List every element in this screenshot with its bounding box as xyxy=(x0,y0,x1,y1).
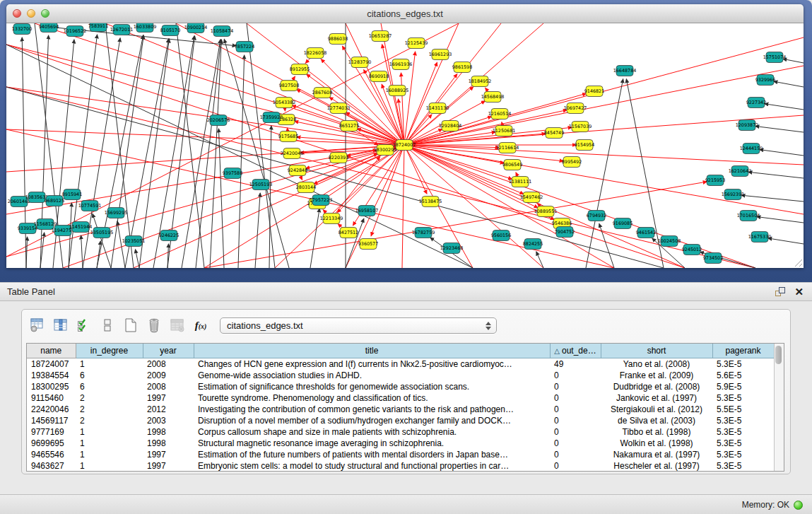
graph-node[interactable]: 10697427 xyxy=(564,103,587,114)
graph-node[interactable]: 8427512 xyxy=(339,228,358,238)
network-titlebar[interactable]: citations_edges.txt xyxy=(6,4,804,23)
table-row[interactable]: 911546021997Tourette syndrome. Phenomeno… xyxy=(27,392,774,404)
graph-node[interactable]: 12444159 xyxy=(740,144,763,154)
graph-node[interactable]: 9827508 xyxy=(279,81,299,91)
trash-icon[interactable] xyxy=(146,317,163,334)
graph-node[interactable]: 12774033 xyxy=(327,103,351,114)
cell-in_degree[interactable]: 6 xyxy=(76,381,143,392)
graph-node[interactable]: 13505195 xyxy=(90,228,114,238)
cell-pagerank[interactable]: 5.3E-5 xyxy=(712,449,774,460)
cell-out_degree[interactable]: 0 xyxy=(550,392,601,404)
cell-pagerank[interactable]: 5.3E-5 xyxy=(712,460,774,472)
graph-node[interactable]: 15692391 xyxy=(722,189,745,200)
close-panel-icon[interactable]: ✕ xyxy=(794,286,804,297)
cell-year[interactable]: 2008 xyxy=(143,381,194,392)
graph-node[interactable]: 9215953 xyxy=(705,175,725,186)
cell-name[interactable]: 18300295 xyxy=(27,381,76,392)
cell-name[interactable]: 9699695 xyxy=(27,438,76,449)
cell-pagerank[interactable]: 5.3E-5 xyxy=(712,392,774,404)
graph-node[interactable]: 9861598 xyxy=(452,62,472,73)
graph-node[interactable]: 15751074 xyxy=(763,52,787,63)
column-header-in_degree[interactable]: in_degree xyxy=(76,344,143,358)
close-window-button[interactable] xyxy=(13,9,21,18)
cell-pagerank[interactable]: 5.3E-5 xyxy=(712,438,774,449)
graph-node[interactable]: 11675330 xyxy=(748,232,772,243)
graph-node[interactable]: 17359928 xyxy=(260,112,283,123)
graph-node[interactable]: 2803144 xyxy=(296,182,316,193)
graph-node[interactable]: 9329966 xyxy=(755,75,775,86)
graph-node[interactable]: 9734502 xyxy=(703,253,723,264)
cell-out_degree[interactable]: 0 xyxy=(550,426,601,438)
graph-node[interactable]: 16033809 xyxy=(134,23,157,33)
graph-node[interactable]: 16648784 xyxy=(613,66,637,76)
cell-in_degree[interactable]: 1 xyxy=(76,460,143,472)
scrollbar-thumb[interactable] xyxy=(775,346,782,364)
cell-pagerank[interactable]: 5.9E-5 xyxy=(712,381,774,392)
graph-node[interactable]: 9886038 xyxy=(328,34,348,45)
cell-out_degree[interactable]: 49 xyxy=(550,358,601,370)
graph-node[interactable]: 10653287 xyxy=(369,31,392,42)
cell-out_degree[interactable]: 0 xyxy=(550,370,601,381)
cell-name[interactable]: 9463627 xyxy=(27,460,76,472)
graph-node[interactable]: 8995492 xyxy=(562,157,582,168)
function-builder-icon[interactable]: f(x) xyxy=(192,317,209,334)
graph-node[interactable]: 8690918 xyxy=(369,71,389,82)
cell-short[interactable]: Nakamura et al. (1997) xyxy=(601,449,712,460)
cell-out_degree[interactable]: 0 xyxy=(550,460,601,472)
graph-node[interactable]: 12125439 xyxy=(405,38,428,49)
table-row[interactable]: 946362711997Embryonic stem cells: a mode… xyxy=(27,460,774,472)
table-row[interactable]: 1938455462009Genome-wide association stu… xyxy=(27,370,774,381)
rows-icon[interactable] xyxy=(99,317,116,334)
cell-year[interactable]: 1998 xyxy=(143,426,194,438)
new-document-icon[interactable] xyxy=(122,317,139,334)
graph-node[interactable]: 10024508 xyxy=(658,236,681,247)
cell-pagerank[interactable]: 5.3E-5 xyxy=(712,415,774,426)
cell-year[interactable]: 2008 xyxy=(143,358,194,370)
graph-node[interactable]: 1332700 xyxy=(12,24,32,35)
network-graph[interactable]: 1872400798860381822605889129559827508105… xyxy=(6,23,804,268)
cell-title[interactable]: Disruption of a novel member of a sodium… xyxy=(194,415,550,426)
cell-out_degree[interactable]: 0 xyxy=(550,415,601,426)
graph-node[interactable]: 15138475 xyxy=(419,197,442,207)
cell-short[interactable]: Yano et al. (2008) xyxy=(601,358,712,370)
cell-pagerank[interactable]: 5.3E-5 xyxy=(712,426,774,438)
column-header-title[interactable]: title xyxy=(194,344,550,358)
graph-node[interactable]: 18300295 xyxy=(374,145,397,156)
cell-title[interactable]: Tourette syndrome. Phenomenology and cla… xyxy=(194,392,550,404)
vertical-scrollbar[interactable] xyxy=(774,344,784,471)
graph-node[interactable]: 20206576 xyxy=(207,115,230,126)
graph-node[interactable]: 12928404 xyxy=(439,121,462,132)
graph-node[interactable]: 10543382 xyxy=(273,98,296,108)
cell-out_degree[interactable]: 0 xyxy=(550,381,601,392)
cell-name[interactable]: 18724007 xyxy=(27,358,76,370)
graph-node[interactable]: 14568498 xyxy=(481,92,505,103)
graph-node[interactable]: 8105170 xyxy=(160,25,180,36)
graph-node[interactable]: 15699295 xyxy=(105,208,128,218)
cell-year[interactable]: 2003 xyxy=(143,415,194,426)
graph-node[interactable]: 9242848 xyxy=(288,165,307,176)
graph-node[interactable]: 12093872 xyxy=(736,120,759,131)
table-row[interactable]: 946554611997Estimation of the future num… xyxy=(27,449,774,460)
cell-title[interactable]: Changes of HCN gene expression and I(f) … xyxy=(194,358,550,370)
graph-node[interactable]: 15497462 xyxy=(520,192,543,203)
cell-title[interactable]: Embryonic stem cells: a model to study s… xyxy=(194,460,550,472)
graph-node[interactable]: 16958107 xyxy=(355,206,379,216)
cell-in_degree[interactable]: 1 xyxy=(76,449,143,460)
graph-node[interactable]: 16961293 xyxy=(429,49,452,60)
cell-year[interactable]: 1997 xyxy=(143,449,194,460)
minimize-window-button[interactable] xyxy=(27,9,35,18)
column-checks-icon[interactable] xyxy=(76,317,93,334)
cell-short[interactable]: Hescheler et al. (1997) xyxy=(601,460,712,472)
graph-node[interactable]: 9461542 xyxy=(636,228,656,238)
cell-in_degree[interactable]: 6 xyxy=(76,370,143,381)
graph-node[interactable]: 11431130 xyxy=(426,103,449,114)
graph-node[interactable]: 12923468 xyxy=(440,243,464,254)
graph-node[interactable]: 8915941 xyxy=(62,189,82,200)
graph-node[interactable]: 16782759 xyxy=(412,228,435,238)
graph-node[interactable]: 7583911 xyxy=(88,23,108,32)
float-panel-icon[interactable] xyxy=(775,286,786,297)
cell-title[interactable]: Investigating the contribution of common… xyxy=(194,404,550,415)
cell-title[interactable]: Structural magnetic resonance image aver… xyxy=(194,438,550,449)
cell-in_degree[interactable]: 2 xyxy=(76,404,143,415)
cell-name[interactable]: 19384554 xyxy=(27,370,76,381)
